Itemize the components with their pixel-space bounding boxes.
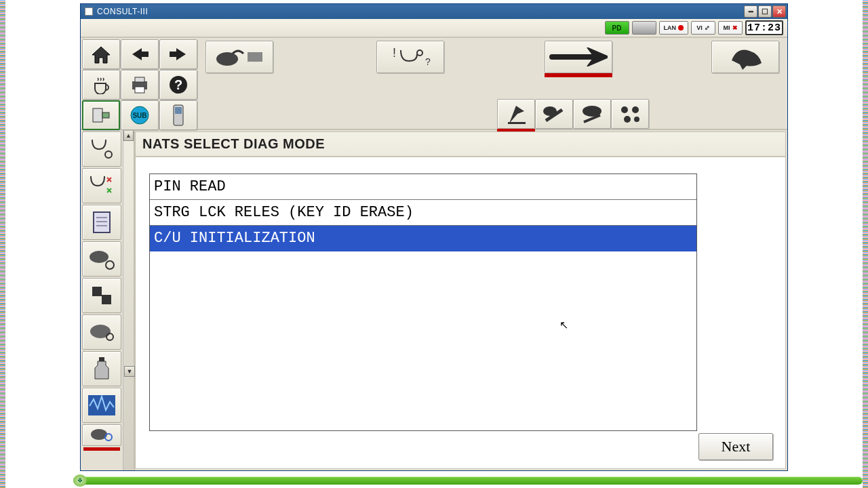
- printer-icon: [128, 75, 151, 95]
- plug-wrench-icon: [540, 102, 568, 126]
- sidebar-item-7[interactable]: [82, 388, 121, 423]
- bird-button[interactable]: [711, 41, 779, 73]
- pd-indicator: PD: [605, 21, 629, 35]
- help-button[interactable]: ?: [159, 70, 197, 100]
- flag-tool-button[interactable]: [497, 99, 535, 129]
- sidebar-item-6[interactable]: [82, 351, 121, 386]
- svg-rect-16: [508, 122, 526, 124]
- connector-icon: [90, 104, 112, 126]
- scroll-up-button[interactable]: ▲: [123, 130, 134, 141]
- bird-icon: [725, 44, 766, 70]
- list-item-strg-lck[interactable]: STRG LCK RELES (KEY ID ERASE): [150, 200, 696, 226]
- svg-rect-9: [174, 105, 183, 125]
- vehicle-connector-button[interactable]: [205, 41, 273, 73]
- blank-indicator: [632, 21, 656, 35]
- diag-mode-list: PIN READ STRG LCK RELES (KEY ID ERASE) C…: [149, 174, 697, 431]
- svg-point-20: [632, 106, 639, 113]
- stethoscope-icon: !?: [383, 45, 437, 69]
- group-button[interactable]: [611, 99, 649, 129]
- list-item-cu-init[interactable]: C/U INITIALIZATION: [150, 226, 696, 251]
- help-icon: ?: [168, 75, 189, 95]
- titlebar: CONSULT-III ━ ☐ ✕: [81, 4, 787, 19]
- svg-point-7: [131, 106, 149, 124]
- svg-point-21: [624, 116, 631, 123]
- svg-rect-34: [99, 357, 104, 361]
- svg-point-37: [105, 434, 112, 441]
- svg-point-22: [634, 117, 639, 122]
- scroll-down-button[interactable]: ▼: [124, 366, 135, 377]
- svg-point-23: [105, 151, 112, 158]
- phone-button[interactable]: [159, 100, 197, 130]
- bottle-icon: [92, 354, 111, 383]
- mi-label: MI: [724, 24, 730, 31]
- maximize-button[interactable]: ☐: [758, 5, 772, 18]
- home-icon: [90, 44, 113, 64]
- panel-title: NATS SELECT DIAG MODE: [136, 132, 785, 157]
- lan-indicator: LAN: [659, 21, 689, 35]
- svg-point-14: [417, 50, 422, 56]
- coffee-icon: [91, 75, 111, 94]
- svg-rect-6: [102, 113, 109, 118]
- clock: 17:23: [745, 20, 783, 35]
- svg-text:?: ?: [425, 56, 431, 67]
- body-area: ▲ ▼ NATS SELECT DIAG MODE PIN READ STRG …: [81, 130, 787, 470]
- sub-icon: SUB: [129, 104, 151, 126]
- sidebar-item-3[interactable]: [82, 241, 121, 277]
- sidebar-item-4[interactable]: [82, 278, 121, 313]
- cloud-link-icon: [87, 246, 117, 272]
- sidebar-item-5[interactable]: [82, 314, 121, 350]
- plug-wrench-button[interactable]: [535, 99, 573, 129]
- diagnostic-button[interactable]: !?: [376, 41, 444, 73]
- wrench-icon: [549, 47, 608, 66]
- close-button[interactable]: ✕: [772, 5, 786, 18]
- cloud-wrench-icon: [578, 102, 606, 126]
- coffee-button[interactable]: [82, 70, 120, 100]
- svg-point-33: [106, 333, 113, 340]
- window-title: CONSULT-III: [97, 7, 738, 16]
- steth-spark-icon: [87, 172, 117, 199]
- repair-active-indicator: [545, 73, 612, 77]
- sidebar-scrollbar[interactable]: ▲ ▼: [123, 130, 134, 470]
- sidebar-item-8[interactable]: [82, 424, 121, 446]
- svg-point-19: [621, 106, 628, 113]
- home-button[interactable]: [82, 39, 120, 69]
- folder-icon: [87, 319, 117, 345]
- svg-point-18: [583, 106, 601, 117]
- svg-text:?: ?: [174, 77, 182, 92]
- taskbar[interactable]: [73, 476, 863, 485]
- status-strip: PD LAN VI ⤢ MI ✖ 17:23: [81, 19, 787, 38]
- svg-rect-0: [132, 81, 147, 89]
- svg-point-17: [543, 106, 557, 116]
- forward-arrow-icon: [167, 45, 190, 63]
- svg-point-3: [170, 76, 187, 94]
- group-icon: [616, 102, 644, 126]
- next-button[interactable]: Next: [698, 433, 773, 460]
- svg-text:SUB: SUB: [132, 112, 146, 119]
- mi-indicator[interactable]: MI ✖: [718, 21, 743, 35]
- document-icon: [90, 209, 114, 235]
- start-button[interactable]: ❖: [73, 474, 87, 487]
- connect-button[interactable]: [82, 100, 120, 130]
- vi-indicator[interactable]: VI ⤢: [691, 21, 715, 35]
- minimize-button[interactable]: ━: [744, 5, 757, 18]
- forward-button[interactable]: [159, 39, 197, 69]
- lan-status-dot-icon: [678, 25, 684, 30]
- list-item-pin-read[interactable]: PIN READ: [150, 174, 696, 200]
- toolbar: ? SUB !?: [81, 38, 787, 130]
- svg-text:!: !: [393, 46, 396, 60]
- sub-button[interactable]: SUB: [121, 100, 159, 130]
- app-icon: [85, 7, 93, 16]
- sidebar-item-1[interactable]: [82, 168, 121, 203]
- phone-icon: [172, 104, 185, 127]
- svg-point-28: [90, 251, 108, 263]
- lan-label: LAN: [664, 24, 677, 31]
- shapes-icon: [88, 283, 115, 308]
- cloud-wrench-button[interactable]: [573, 99, 611, 129]
- svg-point-11: [216, 52, 238, 66]
- sidebar-item-0[interactable]: [82, 131, 121, 167]
- repair-button[interactable]: [545, 41, 612, 73]
- print-button[interactable]: [121, 70, 159, 100]
- sidebar-active-indicator: [83, 447, 120, 451]
- back-button[interactable]: [121, 39, 159, 69]
- sidebar-item-2[interactable]: [82, 205, 121, 240]
